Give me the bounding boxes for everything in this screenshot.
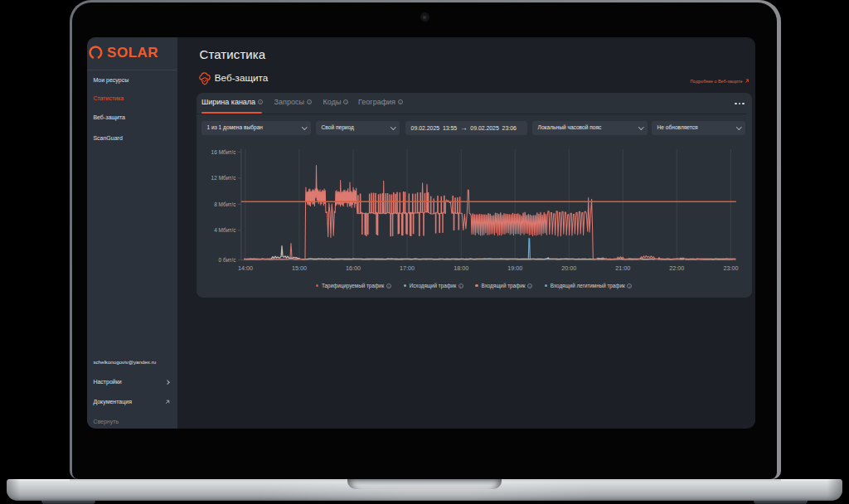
svg-text:0 бит/с: 0 бит/с: [218, 256, 236, 262]
svg-text:SOLAR: SOLAR: [107, 45, 158, 61]
svg-text:20:00: 20:00: [561, 264, 576, 271]
svg-text:12 Мбит/с: 12 Мбит/с: [211, 175, 236, 181]
svg-text:8 Мбит/с: 8 Мбит/с: [214, 201, 236, 206]
svg-text:21:00: 21:00: [615, 264, 630, 271]
svg-text:17:00: 17:00: [400, 264, 415, 271]
svg-text:19:00: 19:00: [507, 264, 522, 271]
svg-text:16:00: 16:00: [346, 264, 361, 271]
svg-text:18:00: 18:00: [454, 264, 468, 271]
svg-text:16 Мбит/с: 16 Мбит/с: [211, 148, 236, 154]
svg-text:15:00: 15:00: [292, 264, 307, 271]
svg-text:14:00: 14:00: [238, 264, 253, 271]
svg-text:22:00: 22:00: [669, 264, 684, 271]
svg-text:4 Мбит/с: 4 Мбит/с: [214, 227, 236, 233]
svg-text:23:00: 23:00: [723, 264, 738, 271]
